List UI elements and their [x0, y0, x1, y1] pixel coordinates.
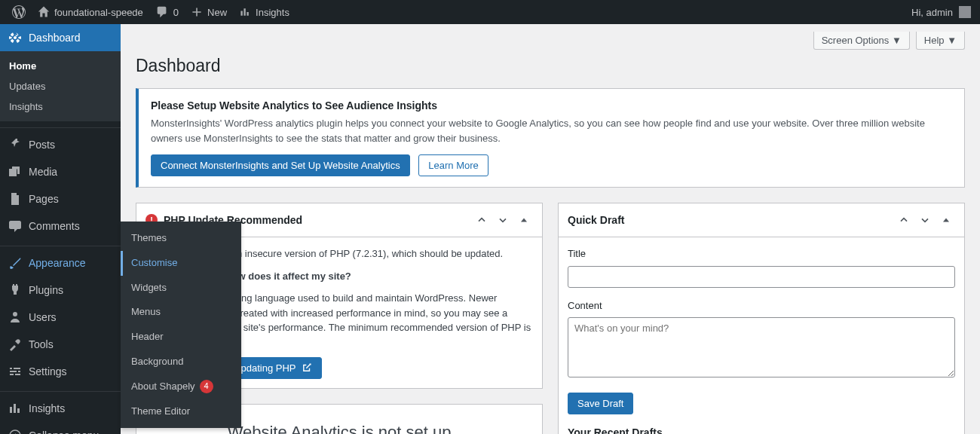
insights-label: Insights	[256, 7, 289, 18]
move-up-icon[interactable]	[473, 211, 491, 229]
external-link-icon	[302, 362, 312, 373]
menu-collapse[interactable]: Collapse menu	[0, 422, 121, 434]
flyout-about-shapely[interactable]: About Shapely 4	[121, 374, 241, 399]
new-content-link[interactable]: New	[185, 0, 233, 24]
menu-posts[interactable]: Posts	[0, 131, 121, 158]
collapse-icon	[8, 428, 23, 434]
account-menu[interactable]: Hi, admin	[911, 6, 974, 18]
dashboard-submenu: Home Updates Insights	[0, 51, 121, 121]
notice-text: MonsterInsights' WordPress analytics plu…	[151, 116, 952, 145]
menu-label: Tools	[29, 338, 54, 350]
draft-title-input[interactable]	[568, 266, 955, 288]
menu-settings[interactable]: Settings	[0, 358, 121, 385]
menu-label: Comments	[29, 220, 80, 232]
menu-label: Media	[29, 166, 57, 178]
flyout-background[interactable]: Background	[121, 350, 241, 374]
menu-label: Appearance	[29, 257, 86, 269]
move-down-icon[interactable]	[916, 211, 934, 229]
menu-appearance[interactable]: Appearance	[0, 249, 121, 277]
site-name: foundational-speede	[54, 7, 143, 18]
title-label: Title	[568, 246, 955, 261]
box-title: Quick Draft	[568, 214, 624, 226]
plug-icon	[8, 283, 23, 298]
menu-label: Pages	[29, 193, 59, 205]
flyout-header[interactable]: Header	[121, 325, 241, 350]
comments-count: 0	[173, 7, 179, 18]
submenu-home[interactable]: Home	[0, 56, 121, 76]
quick-draft-box: Quick Draft Title Content	[558, 203, 965, 434]
wp-logo[interactable]	[6, 0, 32, 24]
toggle-icon[interactable]	[515, 211, 533, 229]
help-button[interactable]: Help ▼	[916, 32, 965, 50]
screen-options-button[interactable]: Screen Options ▼	[813, 32, 910, 50]
submenu-updates[interactable]: Updates	[0, 76, 121, 96]
pin-icon	[8, 137, 23, 152]
menu-comments[interactable]: Comments	[0, 212, 121, 240]
svg-point-0	[10, 430, 20, 434]
flyout-customise[interactable]: Customise	[121, 251, 241, 276]
avatar	[959, 6, 971, 18]
sliders-icon	[8, 364, 23, 379]
menu-media[interactable]: Media	[0, 158, 121, 185]
menu-insights[interactable]: Insights	[0, 395, 121, 422]
menu-label: Collapse menu	[29, 429, 99, 434]
menu-label: Settings	[29, 365, 67, 377]
greeting: Hi, admin	[911, 7, 953, 18]
insights-link[interactable]: Insights	[233, 0, 296, 24]
menu-tools[interactable]: Tools	[0, 331, 121, 358]
flyout-theme-editor[interactable]: Theme Editor	[121, 399, 241, 424]
admin-sidebar: Dashboard Home Updates Insights Posts Me…	[0, 24, 121, 434]
submenu-insights[interactable]: Insights	[0, 96, 121, 117]
comment-icon	[8, 219, 23, 234]
user-icon	[8, 310, 23, 325]
wrench-icon	[8, 337, 23, 352]
comments-link[interactable]: 0	[149, 0, 185, 24]
menu-dashboard[interactable]: Dashboard	[0, 24, 121, 51]
new-label: New	[207, 7, 227, 18]
menu-pages[interactable]: Pages	[0, 185, 121, 212]
move-down-icon[interactable]	[494, 211, 512, 229]
dashboard-icon	[8, 30, 23, 45]
update-badge: 4	[200, 380, 213, 393]
main-content: Screen Options ▼ Help ▼ Dashboard Please…	[121, 24, 980, 434]
flyout-widgets[interactable]: Widgets	[121, 276, 241, 301]
brush-icon	[8, 255, 23, 270]
connect-analytics-button[interactable]: Connect MonsterInsights and Set Up Websi…	[151, 154, 410, 176]
menu-plugins[interactable]: Plugins	[0, 277, 121, 304]
learn-more-button[interactable]: Learn More	[418, 154, 488, 176]
draft-content-input[interactable]	[568, 317, 955, 377]
notice-title: Please Setup Website Analytics to See Au…	[151, 99, 952, 112]
recent-drafts-heading: Your Recent Drafts	[568, 425, 955, 435]
menu-label: Insights	[29, 402, 65, 414]
flyout-themes[interactable]: Themes	[121, 226, 241, 251]
menu-label: Users	[29, 311, 57, 323]
toggle-icon[interactable]	[937, 211, 955, 229]
content-label: Content	[568, 298, 955, 313]
page-title: Dashboard	[136, 56, 965, 76]
flyout-menus[interactable]: Menus	[121, 300, 241, 325]
chart-icon	[8, 401, 23, 416]
media-icon	[8, 164, 23, 179]
menu-users[interactable]: Users	[0, 304, 121, 331]
menu-label: Plugins	[29, 284, 63, 296]
flyout-label: About Shapely	[131, 379, 195, 395]
menu-label: Dashboard	[29, 32, 81, 44]
page-icon	[8, 191, 23, 206]
analytics-notice: Please Setup Website Analytics to See Au…	[136, 88, 965, 188]
admin-bar: foundational-speede 0 New Insights Hi, a…	[0, 0, 980, 24]
move-up-icon[interactable]	[895, 211, 913, 229]
save-draft-button[interactable]: Save Draft	[568, 393, 633, 414]
menu-label: Posts	[29, 139, 55, 151]
appearance-flyout: Themes Customise Widgets Menus Header Ba…	[121, 222, 241, 428]
site-home-link[interactable]: foundational-speede	[32, 0, 149, 24]
